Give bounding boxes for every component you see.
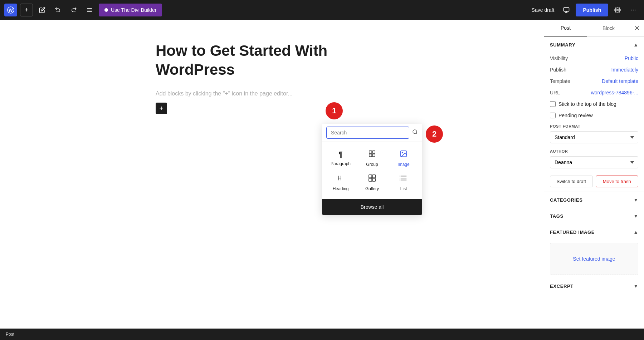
edit-button[interactable] <box>36 4 49 16</box>
block-gallery-label: Gallery <box>365 186 379 191</box>
sidebar: Post Block ✕ Summary ▲ Visibility Public… <box>544 20 644 329</box>
svg-rect-22 <box>369 178 372 181</box>
block-image[interactable]: Image <box>388 146 419 171</box>
wp-logo: W <box>4 4 17 16</box>
svg-point-19 <box>402 152 403 153</box>
block-image-label: Image <box>397 162 409 167</box>
template-row: Template Default template <box>544 75 644 87</box>
stick-top-label: Stick to the top of the blog <box>558 101 616 107</box>
featured-image-section: Featured image ▲ Set featured image <box>544 224 644 278</box>
author-select[interactable]: Deanna <box>550 156 638 168</box>
divi-builder-button[interactable]: Use The Divi Builder <box>99 4 162 16</box>
tags-title: Tags <box>550 213 564 219</box>
add-block-button[interactable]: + <box>156 103 167 114</box>
group-icon <box>368 150 376 160</box>
divi-builder-label: Use The Divi Builder <box>111 7 156 13</box>
undo-button[interactable] <box>52 4 64 16</box>
publish-button[interactable]: Publish <box>576 4 608 16</box>
settings-button[interactable] <box>611 4 624 16</box>
excerpt-header[interactable]: Excerpt ▼ <box>544 278 644 294</box>
template-label: Template <box>550 78 570 84</box>
badge-1: 1 <box>326 102 343 119</box>
svg-text:W: W <box>9 8 13 13</box>
svg-point-8 <box>617 9 619 11</box>
svg-rect-5 <box>564 8 569 11</box>
url-label: URL <box>550 90 560 95</box>
summary-section-header[interactable]: Summary ▲ <box>544 37 644 53</box>
redo-button[interactable] <box>67 4 80 16</box>
publish-sidebar-label: Publish <box>550 67 566 73</box>
url-row: URL wordpress-784896-... <box>544 87 644 98</box>
switch-draft-button[interactable]: Switch to draft <box>550 176 593 187</box>
summary-title: Summary <box>550 42 575 48</box>
svg-rect-23 <box>372 178 375 181</box>
tags-toggle-icon: ▼ <box>633 213 638 219</box>
toolbar-right: Save draft Publish <box>529 4 640 16</box>
publish-value[interactable]: Immediately <box>611 67 638 73</box>
template-value[interactable]: Default template <box>602 78 638 84</box>
more-options-button[interactable] <box>627 4 640 16</box>
svg-point-12 <box>413 130 417 134</box>
visibility-row: Visibility Public <box>544 53 644 64</box>
stick-top-checkbox[interactable] <box>550 101 556 107</box>
author-label: AUTHOR <box>544 146 644 155</box>
tab-post[interactable]: Post <box>544 20 587 36</box>
block-group[interactable]: Group <box>356 146 388 171</box>
badge-2: 2 <box>426 125 443 143</box>
status-bar: Post <box>0 329 644 340</box>
list-icon <box>400 174 408 184</box>
preview-button[interactable] <box>560 4 573 16</box>
block-heading[interactable]: Heading <box>325 171 356 195</box>
set-featured-image-link[interactable]: Set featured image <box>573 256 615 262</box>
post-format-select[interactable]: Standard Aside Image Video Quote Link Ga… <box>550 131 638 143</box>
block-inserter-popup: ¶ Paragraph Group Image <box>322 124 422 215</box>
visibility-value[interactable]: Public <box>625 55 638 61</box>
excerpt-toggle-icon: ▼ <box>633 283 638 289</box>
categories-title: Categories <box>550 197 583 203</box>
block-gallery[interactable]: Gallery <box>356 171 388 195</box>
svg-rect-21 <box>372 175 375 178</box>
main-layout: How to Get Started With WordPress Add bl… <box>0 20 644 329</box>
featured-image-header[interactable]: Featured image ▲ <box>544 224 644 240</box>
svg-rect-16 <box>369 154 372 157</box>
paragraph-icon: ¶ <box>338 150 343 159</box>
pending-review-label: Pending review <box>558 113 593 118</box>
svg-point-10 <box>633 10 634 10</box>
inserter-search-area <box>322 124 422 142</box>
svg-rect-15 <box>372 151 375 153</box>
block-paragraph[interactable]: ¶ Paragraph <box>325 146 356 171</box>
categories-toggle-icon: ▼ <box>633 197 638 203</box>
image-icon <box>400 150 408 160</box>
post-format-label: POST FORMAT <box>544 121 644 130</box>
tags-section: Tags ▼ <box>544 208 644 224</box>
list-view-button[interactable] <box>83 4 96 16</box>
tags-header[interactable]: Tags ▼ <box>544 208 644 224</box>
browse-all-button[interactable]: Browse all <box>322 199 422 215</box>
move-trash-button[interactable]: Move to trash <box>596 176 639 187</box>
editor-area: How to Get Started With WordPress Add bl… <box>0 20 544 329</box>
toolbar: W + Use The Divi Builder Save draft Publ… <box>0 0 644 20</box>
svg-point-9 <box>631 10 632 10</box>
close-sidebar-button[interactable]: ✕ <box>630 20 644 36</box>
svg-line-13 <box>416 133 417 134</box>
block-heading-label: Heading <box>333 186 349 191</box>
url-value[interactable]: wordpress-784896-... <box>591 90 638 95</box>
post-placeholder: Add blocks by clicking the "+" icon in t… <box>156 90 388 97</box>
block-group-label: Group <box>366 162 378 167</box>
heading-icon <box>337 174 345 184</box>
add-block-toolbar-button[interactable]: + <box>20 4 33 16</box>
search-icon <box>412 129 418 136</box>
featured-image-toggle-icon: ▲ <box>633 229 638 235</box>
pending-review-checkbox[interactable] <box>550 113 556 118</box>
summary-toggle-icon: ▲ <box>633 42 638 48</box>
svg-rect-20 <box>369 175 372 178</box>
svg-point-11 <box>635 10 635 10</box>
block-list[interactable]: List <box>388 171 419 195</box>
post-title[interactable]: How to Get Started With WordPress <box>156 41 388 79</box>
featured-image-title: Featured image <box>550 230 595 235</box>
categories-header[interactable]: Categories ▼ <box>544 192 644 208</box>
tab-block[interactable]: Block <box>587 20 630 36</box>
search-input[interactable] <box>326 127 409 139</box>
save-draft-button[interactable]: Save draft <box>529 7 557 13</box>
featured-image-box[interactable]: Set featured image <box>550 243 638 275</box>
